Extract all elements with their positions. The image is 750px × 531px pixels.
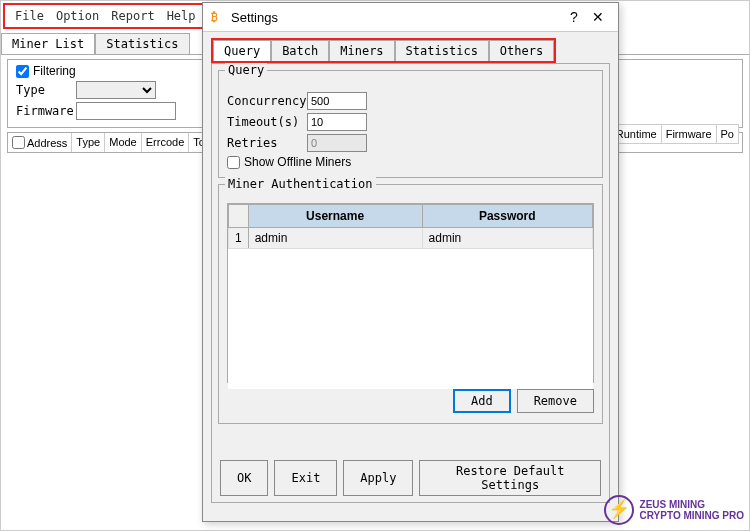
- table-empty-area: [228, 249, 593, 389]
- tab-miner-list[interactable]: Miner List: [1, 33, 95, 54]
- dialog-title: Settings: [231, 10, 562, 25]
- watermark: ⚡ ZEUS MINING CRYPTO MINING PRO: [604, 495, 744, 525]
- col-mode[interactable]: Mode: [105, 133, 142, 152]
- help-icon[interactable]: ?: [562, 9, 586, 25]
- tab-batch[interactable]: Batch: [271, 40, 329, 61]
- settings-tabs: Query Batch Miners Statistics Others: [211, 38, 556, 63]
- apply-button[interactable]: Apply: [343, 460, 413, 496]
- retries-input: [307, 134, 367, 152]
- menu-help[interactable]: Help: [161, 7, 202, 25]
- col-runtime[interactable]: Runtime: [612, 124, 662, 144]
- bitcoin-icon: ₿: [211, 10, 225, 24]
- dialog-body: Query Concurrency Timeout(s) Retries Sho…: [211, 63, 610, 503]
- dialog-footer: OK Exit Apply Restore Default Settings: [212, 460, 609, 496]
- filtering-label: Filtering: [33, 64, 76, 78]
- menubar: File Option Report Help: [3, 3, 208, 29]
- col-errcode[interactable]: Errcode: [142, 133, 190, 152]
- tab-statistics[interactable]: Statistics: [95, 33, 189, 54]
- auth-group: Miner Authentication Username Password 1: [218, 184, 603, 424]
- col-type[interactable]: Type: [72, 133, 105, 152]
- tab-query[interactable]: Query: [213, 40, 271, 61]
- tab-statistics-settings[interactable]: Statistics: [395, 40, 489, 61]
- exit-button[interactable]: Exit: [274, 460, 337, 496]
- filtering-checkbox[interactable]: [16, 65, 29, 78]
- auth-table: Username Password 1 admin admin: [227, 203, 594, 383]
- col-address[interactable]: Address: [8, 133, 72, 152]
- tab-others[interactable]: Others: [489, 40, 554, 61]
- password-cell[interactable]: admin: [422, 228, 592, 249]
- username-header[interactable]: Username: [248, 205, 422, 228]
- ok-button[interactable]: OK: [220, 460, 268, 496]
- query-legend: Query: [225, 63, 267, 77]
- close-icon[interactable]: ✕: [586, 9, 610, 25]
- menu-option[interactable]: Option: [50, 7, 105, 25]
- tab-miners[interactable]: Miners: [329, 40, 394, 61]
- menu-report[interactable]: Report: [105, 7, 160, 25]
- select-all-checkbox[interactable]: [12, 136, 25, 149]
- watermark-line2: CRYPTO MINING PRO: [640, 510, 744, 521]
- concurrency-label: Concurrency: [227, 94, 307, 108]
- firmware-label: Firmware: [16, 104, 76, 118]
- col-firmware[interactable]: Firmware: [662, 124, 717, 144]
- timeout-input[interactable]: [307, 113, 367, 131]
- username-cell[interactable]: admin: [248, 228, 422, 249]
- timeout-label: Timeout(s): [227, 115, 307, 129]
- add-button[interactable]: Add: [453, 389, 511, 413]
- bolt-icon: ⚡: [604, 495, 634, 525]
- query-group: Query Concurrency Timeout(s) Retries Sho…: [218, 70, 603, 178]
- show-offline-checkbox[interactable]: [227, 156, 240, 169]
- settings-dialog: ₿ Settings ? ✕ Query Batch Miners Statis…: [202, 2, 619, 522]
- table-row[interactable]: 1 admin admin: [229, 228, 593, 249]
- firmware-input[interactable]: [76, 102, 176, 120]
- password-header[interactable]: Password: [422, 205, 592, 228]
- concurrency-input[interactable]: [307, 92, 367, 110]
- watermark-line1: ZEUS MINING: [640, 499, 744, 510]
- type-label: Type: [16, 83, 76, 97]
- row-index: 1: [229, 228, 249, 249]
- menu-file[interactable]: File: [9, 7, 50, 25]
- dialog-titlebar: ₿ Settings ? ✕: [203, 3, 618, 32]
- restore-button[interactable]: Restore Default Settings: [419, 460, 601, 496]
- type-select[interactable]: [76, 81, 156, 99]
- remove-button[interactable]: Remove: [517, 389, 594, 413]
- retries-label: Retries: [227, 136, 307, 150]
- show-offline-label: Show Offline Miners: [244, 155, 351, 169]
- col-po[interactable]: Po: [717, 124, 739, 144]
- rownum-header: [229, 205, 249, 228]
- auth-legend: Miner Authentication: [225, 177, 376, 191]
